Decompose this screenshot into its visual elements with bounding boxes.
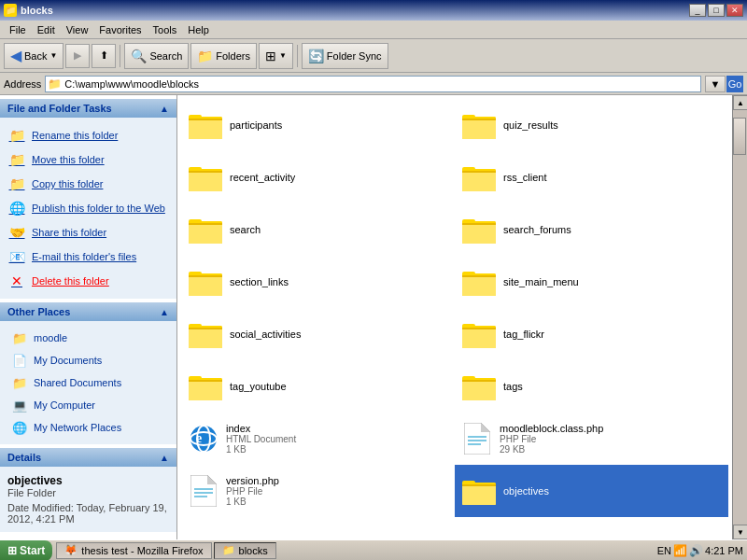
task-share[interactable]: 🤝 Share this folder <box>4 220 173 245</box>
folder-name: objectives <box>503 485 549 497</box>
clock: 4:21 PM <box>705 545 743 556</box>
list-item[interactable]: social_activities <box>181 308 455 360</box>
mycomputer-icon: 💻 <box>11 397 28 413</box>
svg-rect-18 <box>462 171 496 191</box>
app-icon: 📁 <box>4 4 17 17</box>
shareddocs-icon: 📁 <box>11 374 28 391</box>
back-button[interactable]: ◀ Back ▼ <box>4 43 63 69</box>
foldersync-button[interactable]: 🔄 Folder Sync <box>302 43 388 69</box>
task-email[interactable]: 📧 E-mail this folder's files <box>4 245 173 269</box>
taskbar: ⊞ Start 🦊 thesis test - Mozilla Firefox … <box>0 539 747 560</box>
folders-button[interactable]: 📁 Folders <box>190 43 257 69</box>
file-size: 29 KB <box>500 444 603 455</box>
minimize-button[interactable]: _ <box>689 4 706 17</box>
details-header[interactable]: Details ▲ <box>0 448 176 467</box>
list-item[interactable]: search <box>181 203 455 256</box>
svg-rect-29 <box>462 223 496 225</box>
other-shareddocs[interactable]: 📁 Shared Documents <box>4 371 173 394</box>
go-button[interactable]: Go <box>726 76 743 92</box>
menu-favorites[interactable]: Favorites <box>93 22 147 37</box>
other-content: 📁 moodle 📄 My Documents 📁 Shared Documen… <box>0 321 176 444</box>
list-item[interactable]: tag_youtube <box>181 360 455 413</box>
other-mydocs-label: My Documents <box>34 355 102 366</box>
svg-rect-48 <box>462 328 496 348</box>
file-name: index <box>226 423 296 434</box>
list-item[interactable]: site_main_menu <box>455 256 728 308</box>
task-publish[interactable]: 🌐 Publish this folder to the Web <box>4 196 173 220</box>
svg-rect-67 <box>468 440 486 441</box>
list-item[interactable]: moodleblock.class.phpPHP File29 KB <box>455 413 728 465</box>
file-area: participants quiz_results recent_activit… <box>177 95 747 539</box>
start-button[interactable]: ⊞ Start <box>0 540 52 561</box>
task-copy[interactable]: 📁 Copy this folder <box>4 172 173 196</box>
svg-rect-14 <box>189 171 222 173</box>
forward-button[interactable]: ▶ <box>65 44 90 68</box>
list-item[interactable]: quiz_results <box>455 99 728 151</box>
menu-file[interactable]: File <box>4 22 32 37</box>
mynetwork-icon: 🌐 <box>11 419 28 436</box>
file-icon <box>462 422 492 455</box>
file-info: indexHTML Document1 KB <box>226 423 296 455</box>
task-move-label: Move this folder <box>32 154 105 165</box>
other-mycomputer[interactable]: 💻 My Computer <box>4 394 173 416</box>
menu-view[interactable]: View <box>61 22 94 37</box>
list-item[interactable]: recent_activity <box>181 151 455 203</box>
list-item[interactable]: participants <box>181 99 455 151</box>
up-button[interactable]: ⬆ <box>92 44 116 68</box>
separator-1 <box>120 45 120 67</box>
task-rename[interactable]: 📁 Rename this folder <box>4 123 173 147</box>
taskbar-blocks[interactable]: 📁 blocks <box>214 542 276 559</box>
folder-icon <box>189 372 222 400</box>
scroll-up-button[interactable]: ▲ <box>733 95 747 110</box>
address-input[interactable]: 📁 C:\wamp\www\moodle\blocks <box>45 76 701 92</box>
blocks-icon: 📁 <box>222 544 235 556</box>
list-item[interactable]: search_forums <box>455 203 728 256</box>
task-move[interactable]: 📁 Move this folder <box>4 147 173 172</box>
svg-rect-68 <box>468 443 481 445</box>
menu-tools[interactable]: Tools <box>148 22 183 37</box>
system-tray: 📶 🔊 <box>673 544 703 557</box>
menu-help[interactable]: Help <box>182 22 215 37</box>
taskbar-firefox[interactable]: 🦊 thesis test - Mozilla Firefox <box>56 542 211 559</box>
svg-rect-9 <box>462 119 496 120</box>
search-icon: 🔍 <box>131 49 147 63</box>
view-button[interactable]: ⊞ ▼ <box>259 43 293 69</box>
task-share-label: Share this folder <box>32 227 106 238</box>
move-icon: 📁 <box>7 150 26 169</box>
svg-rect-53 <box>189 380 222 400</box>
share-icon: 🤝 <box>7 223 26 242</box>
svg-rect-43 <box>189 328 222 348</box>
tasks-header[interactable]: File and Folder Tasks ▲ <box>0 99 176 118</box>
list-item[interactable]: tags <box>455 360 728 413</box>
list-item[interactable]: section_links <box>181 256 455 308</box>
other-header[interactable]: Other Places ▲ <box>0 302 176 321</box>
view-dropdown-icon: ▼ <box>279 51 287 60</box>
list-item[interactable]: rss_client <box>455 151 728 203</box>
close-button[interactable]: ✕ <box>726 4 743 17</box>
file-info: moodleblock.class.phpPHP File29 KB <box>500 423 603 455</box>
other-mynetwork[interactable]: 🌐 My Network Places <box>4 416 173 439</box>
delete-icon: ✕ <box>7 272 26 290</box>
other-moodle[interactable]: 📁 moodle <box>4 327 173 349</box>
other-mydocs[interactable]: 📄 My Documents <box>4 349 173 371</box>
search-button[interactable]: 🔍 Search <box>124 43 189 69</box>
scroll-down-button[interactable]: ▼ <box>733 525 747 539</box>
list-item[interactable]: e indexHTML Document1 KB <box>181 413 455 465</box>
vertical-scrollbar[interactable]: ▲ ▼ <box>732 95 747 539</box>
list-item[interactable]: tag_flickr <box>455 308 728 360</box>
folders-icon: 📁 <box>197 49 213 63</box>
list-item[interactable]: version.phpPHP File1 KB <box>181 465 455 517</box>
svg-rect-72 <box>194 492 213 494</box>
folder-name: participants <box>230 119 282 131</box>
mydocs-icon: 📄 <box>11 352 28 369</box>
other-chevron-icon: ▲ <box>160 307 169 317</box>
svg-rect-3 <box>189 119 222 139</box>
list-item[interactable]: objectives <box>455 465 728 517</box>
task-delete[interactable]: ✕ Delete this folder <box>4 269 173 293</box>
svg-rect-24 <box>189 223 222 225</box>
menu-edit[interactable]: Edit <box>32 22 61 37</box>
scroll-thumb[interactable] <box>733 118 746 155</box>
task-delete-label: Delete this folder <box>32 275 109 287</box>
maximize-button[interactable]: □ <box>708 4 725 17</box>
address-dropdown-button[interactable]: ▼ <box>705 76 726 92</box>
